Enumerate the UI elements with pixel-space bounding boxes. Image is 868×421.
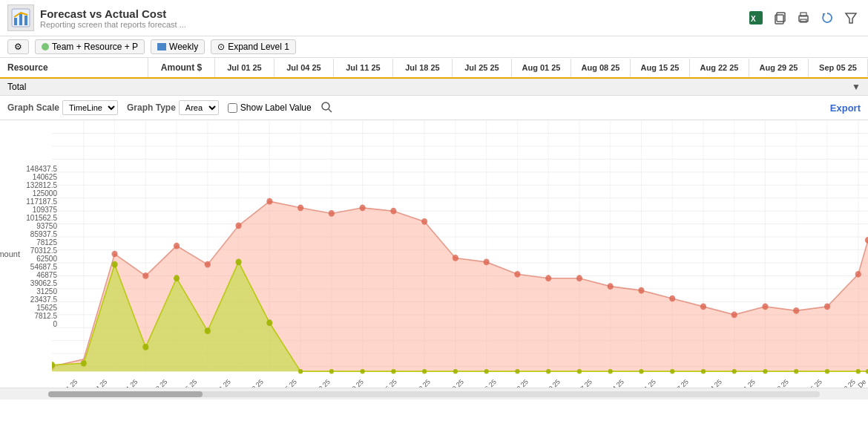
svg-point-62 — [142, 272, 148, 279]
y-val-8: 85937.5 — [15, 230, 57, 238]
column-header-row: Resource Amount $ Jul 01 25 Jul 04 25 Ju… — [0, 58, 868, 79]
svg-point-91 — [174, 275, 180, 281]
x-label-19: Nov 07 25 — [663, 378, 690, 388]
print-button[interactable] — [794, 8, 813, 27]
chart-svg-container: Jul 01 25 Jul 04 25 Jul 11 25 Jul 18 25 … — [52, 120, 868, 388]
header-right: X — [746, 8, 861, 27]
y-val-14: 39062.5 — [15, 279, 57, 287]
resource-header: Resource — [0, 58, 148, 77]
svg-point-69 — [360, 204, 366, 211]
y-val-3: 125000 — [15, 189, 57, 198]
x-label-2: Jul 11 25 — [114, 378, 139, 388]
x-label-13: Sep 26 25 — [471, 378, 498, 388]
total-chevron[interactable]: ▼ — [852, 82, 861, 92]
y-val-11: 62500 — [15, 255, 57, 263]
header-bar: Forecast vs Actual Cost Reporting screen… — [0, 0, 868, 36]
team-resource-button[interactable]: Team + Resource + P — [35, 39, 145, 54]
svg-point-90 — [142, 344, 148, 350]
date-col-3: Jul 18 25 — [393, 59, 453, 76]
x-label-9: Aug 29 25 — [338, 378, 365, 388]
show-label-checkbox[interactable] — [228, 103, 237, 113]
svg-point-71 — [421, 218, 427, 225]
settings-icon: ⚙ — [14, 42, 22, 52]
header-title: Forecast vs Actual Cost Reporting screen… — [40, 7, 186, 29]
x-label-0: Jul 01 25 — [55, 378, 79, 388]
export-button[interactable]: Export — [830, 102, 861, 114]
svg-text:X: X — [751, 15, 756, 23]
x-label-24: Dec 12 25 — [829, 378, 856, 388]
svg-point-76 — [576, 275, 582, 281]
y-val-15: 31250 — [15, 287, 57, 296]
type-label: Graph Type — [127, 102, 176, 113]
svg-rect-2 — [19, 13, 22, 25]
x-label-12: Sep 19 25 — [438, 378, 464, 388]
show-label-control[interactable]: Show Label Value — [228, 102, 312, 113]
svg-point-65 — [236, 222, 242, 229]
scrollbar-thumb[interactable] — [48, 391, 203, 397]
svg-point-74 — [514, 271, 520, 278]
scale-label: Graph Scale — [7, 102, 59, 113]
x-label-6: Aug 08 25 — [238, 378, 265, 388]
svg-point-13 — [322, 102, 329, 110]
y-val-10: 70312.5 — [15, 247, 57, 255]
svg-point-83 — [793, 307, 799, 314]
svg-point-82 — [762, 304, 768, 310]
y-val-7: 93750 — [15, 222, 57, 230]
y-val-17: 15625 — [15, 304, 57, 312]
scrollbar-track[interactable] — [48, 391, 820, 397]
y-val-12: 54687.5 — [15, 263, 57, 271]
x-label-1: Jul 04 25 — [85, 378, 109, 388]
svg-point-61 — [111, 251, 117, 258]
y-val-4: 117187.5 — [15, 198, 57, 206]
svg-point-77 — [608, 283, 614, 290]
svg-point-85 — [855, 271, 861, 278]
refresh-button[interactable] — [818, 8, 837, 27]
app-container: Forecast vs Actual Cost Reporting screen… — [0, 0, 868, 399]
chart-svg: Jul 01 25 Jul 04 25 Jul 11 25 Jul 18 25 … — [52, 120, 868, 388]
date-col-2: Jul 11 25 — [334, 59, 393, 76]
y-val-1: 140625 — [15, 173, 57, 181]
toolbar-bar: ⚙ Team + Resource + P Weekly ⊙ Expand Le… — [0, 36, 868, 58]
filter-button[interactable] — [841, 8, 861, 27]
team-resource-label: Team + Resource + P — [52, 42, 138, 52]
x-label-4: Jul 25 25 — [174, 378, 199, 388]
graph-controls: Graph Scale TimeLine Graph Type Area Sho… — [0, 96, 868, 120]
x-label-8: Aug 22 25 — [305, 378, 332, 388]
total-row: Total ▼ — [0, 79, 868, 96]
date-col-5: Aug 01 25 — [512, 59, 571, 76]
y-val-6: 101562.5 — [15, 214, 57, 222]
weekly-button[interactable]: Weekly — [151, 39, 205, 54]
svg-point-75 — [545, 275, 551, 281]
y-val-16: 23437.5 — [15, 296, 57, 304]
scale-select[interactable]: TimeLine — [62, 100, 118, 115]
type-control: Graph Type Area — [127, 100, 219, 115]
date-col-7: Aug 15 25 — [631, 59, 690, 76]
type-select[interactable]: Area — [179, 100, 219, 115]
y-val-2: 132812.5 — [15, 181, 57, 189]
settings-button[interactable]: ⚙ — [7, 39, 29, 54]
x-label-11: Sep 12 25 — [405, 378, 432, 388]
svg-point-81 — [731, 311, 737, 318]
team-icon — [42, 43, 49, 50]
x-axis-row: Jul 01 25 Jul 04 25 Jul 11 25 Jul 18 25 … — [52, 358, 868, 388]
date-col-1: Jul 04 25 — [274, 59, 334, 76]
date-col-9: Aug 29 25 — [749, 59, 809, 76]
excel-button[interactable]: X — [746, 8, 766, 27]
date-col-8: Aug 22 25 — [690, 59, 749, 76]
x-label-14: Oct 03 25 — [504, 378, 530, 388]
search-chart-button[interactable] — [320, 101, 332, 115]
y-val-9: 78125 — [15, 238, 57, 247]
date-col-0: Jul 01 25 — [215, 59, 274, 76]
page-title: Forecast vs Actual Cost — [40, 7, 186, 20]
svg-point-73 — [484, 259, 490, 266]
expand-button[interactable]: ⊙ Expand Level 1 — [211, 39, 296, 54]
y-axis-label: Amount — [0, 249, 20, 258]
svg-point-94 — [266, 319, 272, 326]
svg-point-92 — [205, 327, 211, 334]
weekly-color-block — [157, 43, 166, 50]
copy-button[interactable] — [770, 8, 789, 27]
svg-point-72 — [453, 255, 458, 261]
date-col-6: Aug 08 25 — [571, 59, 631, 76]
x-label-7: Aug 15 25 — [272, 378, 298, 388]
y-val-19: 0 — [15, 320, 57, 328]
